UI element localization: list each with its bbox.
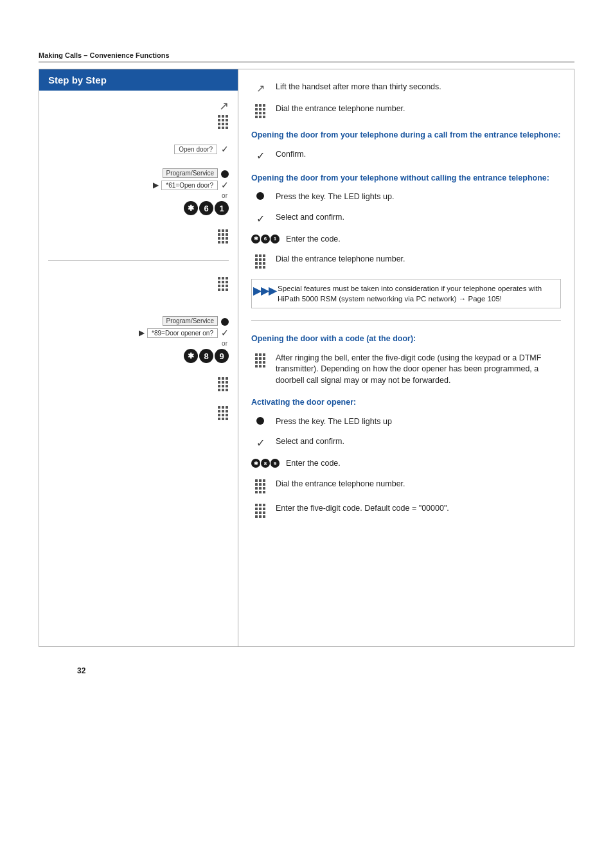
program-service-label-2: Program/Service	[163, 316, 218, 326]
row-press-key-led-2: Press the key. The LED lights up	[251, 416, 561, 428]
row-enter-fivedigit: Enter the five-digit code. Default code …	[251, 503, 561, 518]
heading-without-calling: Opening the door from your telephone wit…	[251, 173, 561, 184]
prog-service-icon-2	[251, 417, 269, 425]
text-select-confirm-1: Select and confirm.	[276, 212, 561, 224]
code-6: 6	[199, 201, 213, 215]
prog-service-row-1: Program/Service	[39, 168, 238, 178]
text-select-confirm-2: Select and confirm.	[276, 436, 561, 448]
text-confirm: Confirm.	[276, 149, 561, 161]
left-column: Step by Step ↗	[39, 69, 238, 646]
page-number: 32	[39, 666, 574, 675]
row-lift-handset: ↗ Lift the handset after more than thirt…	[251, 82, 561, 94]
text-enter-code-1: Enter the code.	[286, 234, 561, 245]
keypad-icon-right-4	[251, 479, 269, 494]
open-door-label: Open door?	[174, 145, 217, 154]
handset-icon-row: ↗	[39, 99, 238, 113]
text-dial-entrance-2: Dial the entrance telephone number.	[276, 254, 561, 265]
led-indicator-1	[221, 168, 229, 178]
keypad-row-3	[39, 277, 238, 292]
row-press-key-led: Press the key. The LED lights up.	[251, 191, 561, 203]
keypad-icon-5	[218, 406, 229, 421]
code-1: 1	[215, 201, 229, 215]
checkmark-icon-2: ✓	[251, 213, 269, 225]
star89-arrow: ▶	[139, 328, 145, 337]
keypad-row-1	[39, 115, 238, 130]
code-icons-row-2: ✱ 8 9	[39, 349, 238, 363]
heading-during-call: Opening the door from your telephone dur…	[251, 130, 561, 141]
keypad-icon-2	[218, 229, 229, 244]
star61-row: ▶ *61=Open door? ✓	[39, 180, 238, 190]
checkmark-icon-3: ✓	[251, 437, 269, 449]
star61-arrow: ▶	[153, 181, 159, 190]
text-enter-fivedigit: Enter the five-digit code. Default code …	[276, 503, 561, 515]
row-dial-entrance-2: Dial the entrance telephone number.	[251, 254, 561, 269]
keypad-icon-3	[218, 277, 229, 292]
or-text-row-1: or	[39, 192, 238, 199]
keypad-icon-right-2	[251, 254, 269, 269]
row-dial-entrance-3: Dial the entrance telephone number.	[251, 479, 561, 494]
keypad-row-4	[39, 377, 238, 392]
open-door-row: Open door? ✓	[39, 144, 238, 154]
program-service-label-1: Program/Service	[163, 168, 218, 178]
keypad-row-2	[39, 229, 238, 244]
handset-icon-right: ↗	[251, 82, 269, 94]
text-enter-code-2: Enter the code.	[286, 458, 561, 470]
prog-service-icon-1	[251, 192, 269, 200]
text-press-key-led: Press the key. The LED lights up.	[276, 191, 561, 203]
star89-label: *89=Door opener on?	[147, 328, 218, 338]
code-star-1: ✱	[184, 201, 198, 215]
star89-checkmark: ✓	[221, 328, 229, 338]
checkmark-icon-1: ✓	[251, 150, 269, 162]
circle-code-icon-2: ✱ 8 9	[251, 459, 280, 468]
keypad-icon-right-1	[251, 104, 269, 119]
section-label: Making Calls – Convenience Functions	[39, 51, 574, 62]
note-box: ▶▶▶ Special features must be taken into …	[251, 279, 561, 308]
left-content: ↗ Open door? ✓	[39, 91, 238, 646]
text-lift-handset: Lift the handset after more than thirty …	[276, 82, 561, 93]
circle-code-icon-1: ✱ 6 1	[251, 235, 280, 244]
separator-1	[48, 260, 229, 261]
code-icons-1: ✱ 6 1	[184, 201, 229, 215]
code-9: 9	[215, 349, 229, 363]
row-enter-code-1: ✱ 6 1 Enter the code.	[251, 234, 561, 245]
code-icons-row-1: ✱ 6 1	[39, 201, 238, 215]
open-door-checkmark: ✓	[221, 144, 229, 154]
star61-checkmark: ✓	[221, 180, 229, 190]
led-indicator-2	[221, 316, 229, 326]
row-after-ringing: After ringing the bell, enter the five-d…	[251, 353, 561, 387]
heading-door-code: Opening the door with a code (at the doo…	[251, 333, 561, 345]
row-select-confirm-1: ✓ Select and confirm.	[251, 212, 561, 225]
or-label-1: or	[222, 192, 227, 199]
main-content-box: Step by Step ↗	[39, 69, 574, 647]
prog-service-row-2: Program/Service	[39, 316, 238, 326]
note-icon: ▶▶▶	[257, 285, 272, 297]
keypad-icon-right-3	[251, 353, 269, 368]
keypad-icon-1	[218, 115, 229, 130]
row-enter-code-2: ✱ 8 9 Enter the code.	[251, 458, 561, 470]
or-label-2: or	[222, 340, 227, 347]
star61-label: *61=Open door?	[161, 181, 218, 190]
section-divider-1	[251, 320, 561, 321]
note-text: Special features must be taken into cons…	[278, 283, 555, 304]
keypad-row-5	[39, 406, 238, 421]
star89-row: ▶ *89=Door opener on? ✓	[39, 328, 238, 338]
step-by-step-header: Step by Step	[39, 69, 238, 91]
text-dial-entrance-3: Dial the entrance telephone number.	[276, 479, 561, 490]
row-dial-entrance: Dial the entrance telephone number.	[251, 103, 561, 119]
code-star-2: ✱	[184, 349, 198, 363]
heading-activating: Activating the door opener:	[251, 397, 561, 409]
text-after-ringing: After ringing the bell, enter the five-d…	[276, 353, 561, 387]
right-column: ↗ Lift the handset after more than thirt…	[238, 69, 574, 646]
row-select-confirm-2: ✓ Select and confirm.	[251, 436, 561, 449]
text-dial-entrance: Dial the entrance telephone number.	[276, 103, 561, 115]
keypad-icon-right-5	[251, 504, 269, 518]
code-8: 8	[199, 349, 213, 363]
text-press-key-led-2: Press the key. The LED lights up	[276, 416, 561, 428]
keypad-icon-4	[218, 377, 229, 392]
row-confirm: ✓ Confirm.	[251, 149, 561, 162]
handset-icon: ↗	[219, 99, 229, 113]
or-text-row-2: or	[39, 340, 238, 347]
code-icons-2: ✱ 8 9	[184, 349, 229, 363]
